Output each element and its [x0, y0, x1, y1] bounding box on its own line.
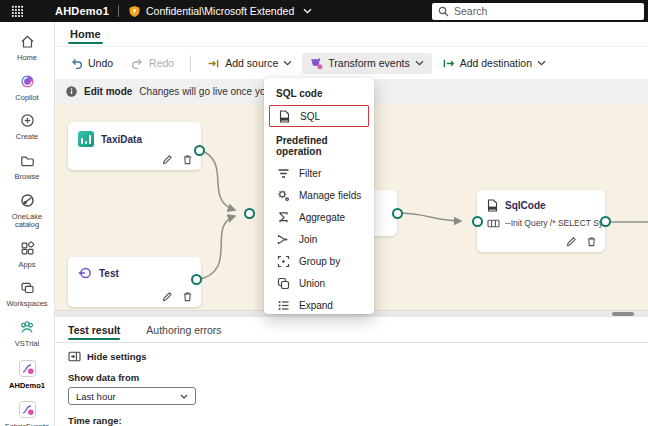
- chevron-down-icon: [180, 394, 188, 399]
- test-settings: Hide settings Show data from Last hour T…: [55, 343, 648, 426]
- menu-item-aggregate[interactable]: Aggregate: [264, 206, 374, 228]
- group-by-icon: [276, 255, 290, 268]
- workspaces-icon: [20, 280, 35, 297]
- chevron-down-icon: [283, 60, 292, 66]
- output-port[interactable]: [191, 274, 202, 285]
- delete-node-button[interactable]: [586, 236, 597, 247]
- sidebar-item-workspaces[interactable]: Workspaces: [0, 275, 54, 315]
- delete-node-button[interactable]: [182, 291, 193, 302]
- output-port[interactable]: [600, 216, 611, 227]
- menu-item-expand[interactable]: Expand: [264, 294, 374, 316]
- transform-events-icon: [310, 57, 323, 70]
- edit-node-button[interactable]: [162, 291, 173, 302]
- ribbon-tab-row: Home: [55, 22, 648, 47]
- onelake-icon: [20, 193, 35, 210]
- menu-item-join[interactable]: Join: [264, 228, 374, 250]
- output-port[interactable]: [194, 145, 205, 156]
- search-icon: [438, 6, 449, 17]
- menu-item-sql[interactable]: SQL: [269, 105, 369, 127]
- eventstream-item-icon: [19, 360, 36, 379]
- topbar-divider: [118, 5, 119, 17]
- tab-home[interactable]: Home: [68, 28, 103, 46]
- menu-header-sql-code: SQL code: [264, 85, 374, 104]
- show-data-from-dropdown[interactable]: Last hour: [68, 387, 196, 405]
- transform-events-menu: SQL code SQL Predefined operation Filter…: [264, 78, 374, 314]
- app-window: AHDemo1 Confidential\Microsoft Extended: [0, 0, 648, 426]
- redo-icon: [131, 57, 144, 70]
- bottom-panel: Test result Authoring errors Hide settin…: [55, 317, 648, 426]
- app-title[interactable]: AHDemo1: [55, 5, 109, 17]
- hide-settings-button[interactable]: Hide settings: [68, 351, 648, 362]
- filter-icon: [276, 167, 290, 180]
- sensitivity-shield-icon: [128, 5, 141, 18]
- sidebar-item-apps[interactable]: Apps: [0, 236, 54, 276]
- eventstream-item-icon: [19, 401, 36, 420]
- collapse-settings-icon: [68, 351, 81, 362]
- sql-file-icon: [277, 110, 291, 123]
- tab-test-result[interactable]: Test result: [68, 324, 120, 342]
- sidebar-item-ahdemo1[interactable]: AHDemo1: [0, 355, 54, 397]
- add-source-button[interactable]: Add source: [199, 53, 300, 74]
- time-range-label: Time range:: [68, 415, 648, 426]
- sidebar-item-vstrial[interactable]: VSTrial: [0, 315, 54, 355]
- menu-item-manage-fields[interactable]: Manage fields: [264, 184, 374, 206]
- add-destination-button[interactable]: Add destination: [434, 53, 554, 74]
- sidebar-item-create[interactable]: Create: [0, 108, 54, 148]
- menu-item-group-by[interactable]: Group by: [264, 250, 374, 272]
- union-icon: [276, 277, 290, 290]
- info-icon: [66, 86, 77, 97]
- toolbar-divider: [190, 55, 191, 72]
- apps-grid-icon: [20, 241, 35, 258]
- aggregate-sigma-icon: [276, 211, 290, 224]
- create-plus-icon: [20, 113, 35, 130]
- sidebar-item-onelake-catalog[interactable]: OneLake catalog: [0, 188, 54, 236]
- node-taxidata[interactable]: TaxiData: [68, 122, 201, 170]
- chevron-down-icon: [415, 60, 424, 66]
- chevron-down-icon: [303, 8, 312, 14]
- sensitivity-label: Confidential\Microsoft Extended: [146, 5, 294, 17]
- copilot-icon: [20, 74, 35, 91]
- scrollbar-thumb[interactable]: [612, 312, 634, 316]
- left-nav: Home Copilot Create Browse OneLake catal…: [0, 22, 55, 426]
- join-icon: [276, 233, 290, 246]
- sensitivity-label-button[interactable]: Confidential\Microsoft Extended: [128, 5, 312, 18]
- show-data-from-label: Show data from: [68, 372, 648, 383]
- menu-item-union[interactable]: Union: [264, 272, 374, 294]
- redo-button[interactable]: Redo: [123, 53, 182, 74]
- sidebar-item-home[interactable]: Home: [0, 29, 54, 69]
- input-port[interactable]: [244, 208, 255, 219]
- query-icon: [487, 219, 500, 228]
- sidebar-item-browse[interactable]: Browse: [0, 148, 54, 188]
- menu-item-filter[interactable]: Filter: [264, 162, 374, 184]
- top-app-bar: AHDemo1 Confidential\Microsoft Extended: [0, 0, 648, 22]
- search-box[interactable]: [432, 3, 644, 20]
- stream-input-icon: [78, 266, 92, 280]
- undo-button[interactable]: Undo: [62, 53, 121, 74]
- input-port[interactable]: [472, 216, 483, 227]
- workspace-people-icon: [19, 320, 35, 337]
- undo-icon: [70, 57, 83, 70]
- expand-icon: [276, 299, 290, 312]
- tab-authoring-errors[interactable]: Authoring errors: [146, 324, 221, 342]
- folder-icon: [20, 153, 35, 170]
- search-input[interactable]: [454, 5, 638, 17]
- node-test[interactable]: Test: [68, 257, 201, 307]
- eventhouse-chart-icon: [78, 131, 94, 147]
- menu-header-predefined: Predefined operation: [264, 132, 374, 162]
- transform-events-button[interactable]: Transform events: [302, 53, 431, 74]
- edit-node-button[interactable]: [162, 154, 173, 165]
- sidebar-item-copilot[interactable]: Copilot: [0, 69, 54, 109]
- bottom-panel-tabs: Test result Authoring errors: [55, 317, 648, 343]
- output-port[interactable]: [392, 208, 403, 219]
- sidebar-item-fabricevents[interactable]: FabricEvents: [0, 396, 54, 426]
- manage-fields-gear-icon: [276, 189, 290, 202]
- edit-node-button[interactable]: [566, 236, 577, 247]
- toolbar: Undo Redo Add source Transform events Ad…: [55, 47, 648, 79]
- delete-node-button[interactable]: [182, 154, 193, 165]
- add-source-icon: [207, 57, 220, 70]
- add-destination-icon: [442, 57, 455, 70]
- waffle-menu-icon[interactable]: [0, 5, 34, 18]
- sql-file-icon: [487, 199, 498, 212]
- chevron-down-icon: [537, 60, 546, 66]
- node-sqlcode[interactable]: SqlCode --Init Query /* SELECT Syst...: [477, 190, 605, 252]
